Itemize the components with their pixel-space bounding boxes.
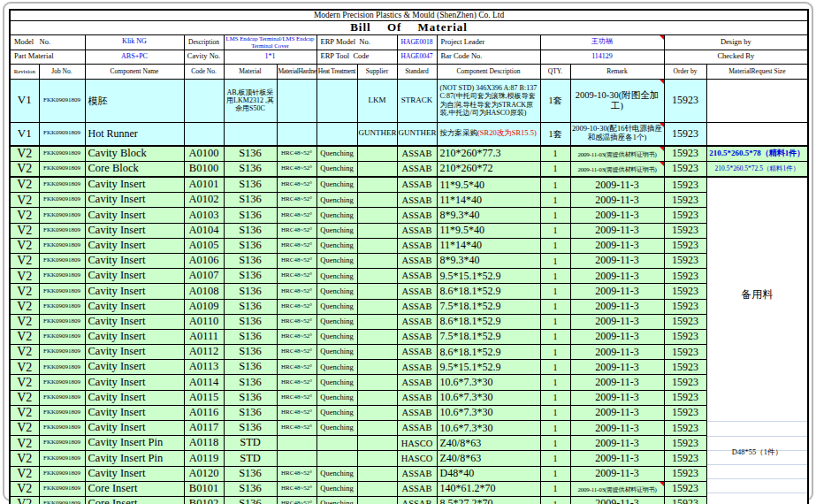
cell-name[interactable]: Cavity Insert (85, 314, 184, 329)
col-header-revision[interactable]: Revision (10, 64, 39, 79)
cell-name[interactable]: Cavity Insert (85, 329, 184, 344)
cell-job[interactable]: FKK09091809 (39, 223, 85, 238)
cell-name[interactable]: Cavity Insert (85, 177, 184, 193)
cell-sup[interactable] (357, 238, 397, 253)
cell-rev[interactable]: V2 (10, 436, 39, 451)
cell-rev[interactable]: V2 (10, 284, 39, 299)
cell-mat[interactable]: S136 (224, 253, 277, 268)
cell-name[interactable]: Cavity Insert (85, 466, 184, 481)
cell-rev[interactable]: V2 (10, 421, 39, 436)
cell-desc[interactable]: 210*260*77.3 (437, 146, 540, 162)
cell-rev[interactable]: V2 (10, 193, 39, 208)
cell-remark[interactable]: 2009-11-03(需提供材料证明书) (570, 481, 664, 496)
cell-order[interactable]: 15923 (664, 466, 706, 481)
cell-heat[interactable]: Quenching (316, 193, 357, 208)
cell-qty[interactable]: 1 (540, 314, 570, 329)
col-header-component-description[interactable]: Component Description (437, 64, 540, 79)
cell-remark[interactable]: 2009-11-3 (570, 269, 664, 284)
cell-qty[interactable]: 1 (540, 421, 570, 436)
cell-remark[interactable]: 2009-11-3 (570, 421, 664, 436)
bar-code-no-label[interactable]: Bar Code No. (437, 50, 540, 64)
col-header-material-hardness[interactable]: MaterialHardness (277, 64, 316, 79)
cell-code[interactable]: A0108 (184, 284, 224, 299)
cell-desc[interactable]: 11*14*40 (437, 193, 540, 208)
cell-order[interactable]: 15923 (664, 329, 706, 344)
cell-hard[interactable] (277, 451, 316, 466)
col-header-qty[interactable]: QTY. (540, 64, 570, 79)
cell-order[interactable]: 15923 (664, 177, 706, 193)
cell-code[interactable] (184, 79, 224, 122)
cell-desc[interactable]: 8.6*18.1*52.9 (437, 345, 540, 360)
cell-code[interactable]: A0104 (184, 223, 224, 238)
cell-remark[interactable]: 2009-11-3 (570, 314, 664, 329)
cell-order[interactable]: 15923 (664, 269, 706, 284)
cell-qty[interactable]: 1 (540, 146, 570, 162)
cell-mat[interactable]: S136 (224, 360, 277, 375)
cell-std[interactable]: ASSAB (397, 223, 437, 238)
col-header-remark[interactable]: Remark (570, 64, 664, 79)
cell-code[interactable]: A0120 (184, 466, 224, 481)
cell-rev[interactable]: V2 (10, 223, 39, 238)
cell-desc[interactable]: Z40/8*63 (437, 451, 540, 466)
cell-name[interactable]: 模胚 (85, 79, 184, 122)
cell-desc[interactable]: 11*9.5*40 (437, 223, 540, 238)
cell-mat[interactable]: S136 (224, 193, 277, 208)
cell-std[interactable]: ASSAB (397, 360, 437, 375)
cell-job[interactable]: FKK09091809 (39, 177, 85, 193)
cell-job[interactable]: FKK09091809 (39, 238, 85, 253)
cell-hard[interactable]: HRC48~52° (277, 329, 316, 344)
cell-remark[interactable]: 2009-10-30(附图全加工) (570, 79, 664, 122)
cell-std[interactable]: HASCO (397, 451, 437, 466)
cell-code[interactable]: A0107 (184, 269, 224, 284)
cell-qty[interactable]: 1 (540, 253, 570, 268)
cell-hard[interactable]: HRC48~52° (277, 405, 316, 420)
checked-by-label[interactable]: Checked By (664, 50, 808, 64)
cell-hard[interactable]: HRC48~52° (277, 360, 316, 375)
cell-name[interactable]: Hot Runner (85, 122, 184, 146)
cell-desc[interactable]: 9.5*15.1*52.9 (437, 269, 540, 284)
cell-remark[interactable]: 2009-11-3 (570, 208, 664, 223)
cell-heat[interactable]: Quenching (316, 146, 357, 162)
cell-heat[interactable]: Quenching (316, 253, 357, 268)
cell-rev[interactable]: V2 (10, 269, 39, 284)
cell-sup[interactable] (357, 451, 397, 466)
col-header-job-no[interactable]: Job No. (39, 64, 85, 79)
cell-remark[interactable]: 2009-11-3 (570, 375, 664, 390)
cell-heat[interactable]: Quenching (316, 496, 357, 504)
cell-name[interactable]: Cavity Insert (85, 193, 184, 208)
cell-code[interactable]: A0116 (184, 405, 224, 420)
cell-remark[interactable]: 2009-11-3 (570, 390, 664, 405)
cell-heat[interactable] (316, 436, 357, 451)
cell-std[interactable]: ASSAB (397, 284, 437, 299)
cell-hard[interactable]: HRC48~52° (277, 421, 316, 436)
cell-order[interactable]: 15923 (664, 253, 706, 268)
cell-code[interactable]: A0100 (184, 146, 224, 162)
cell-desc[interactable]: (NOT STD) 346X396 A:87 B:137 C:87(中托司套为滚… (437, 79, 540, 122)
cell-qty[interactable]: 1 (540, 177, 570, 193)
cell-std[interactable]: ASSAB (397, 314, 437, 329)
cell-order[interactable]: 15923 (664, 345, 706, 360)
cell-mat[interactable]: S136 (224, 177, 277, 193)
cell-std[interactable]: ASSAB (397, 238, 437, 253)
cell-hard[interactable]: HRC48~52° (277, 208, 316, 223)
cell-order[interactable]: 15923 (664, 208, 706, 223)
cell-remark[interactable]: 2009-11-3 (570, 405, 664, 420)
cell-job[interactable]: FKK09091809 (39, 451, 85, 466)
cell-hard[interactable] (277, 436, 316, 451)
cell-heat[interactable]: Quenching (316, 390, 357, 405)
cell-job[interactable]: FKK09091809 (39, 253, 85, 268)
cell-heat[interactable]: Quenching (316, 299, 357, 314)
cell-desc[interactable]: 140*61.2*70 (437, 481, 540, 496)
cell-sup[interactable] (357, 481, 397, 496)
cell-job[interactable]: FKK09091809 (39, 496, 85, 504)
cell-sup[interactable] (357, 269, 397, 284)
cell-sup[interactable]: LKM (357, 79, 397, 122)
cell-heat[interactable]: Quenching (316, 466, 357, 481)
cell-name[interactable]: Cavity Insert (85, 253, 184, 268)
cell-material-request[interactable]: 210.5*260.5*72.5（精料1件） (706, 161, 808, 177)
cell-sup[interactable] (357, 284, 397, 299)
cell-heat[interactable]: Quenching (316, 345, 357, 360)
cell-name[interactable]: Core Insert (85, 496, 184, 504)
cell-material-request[interactable] (706, 79, 808, 122)
cell-qty[interactable]: 1 (540, 360, 570, 375)
